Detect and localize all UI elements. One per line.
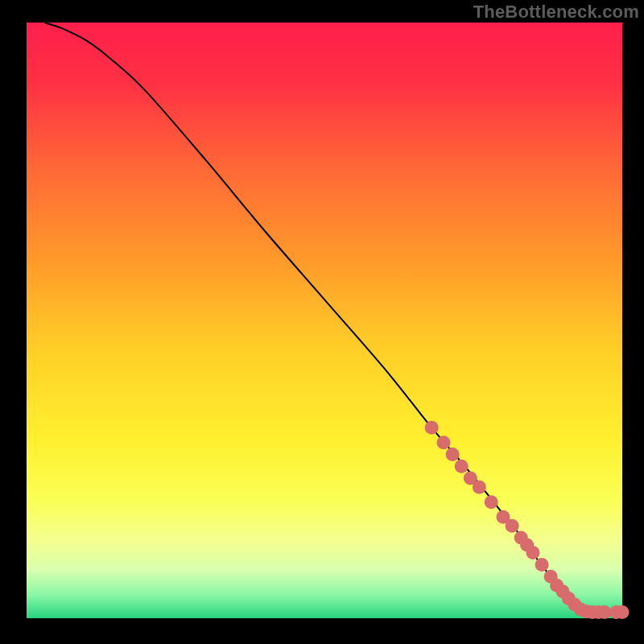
highlight-marker — [473, 481, 486, 494]
highlight-marker — [506, 519, 519, 533]
highlight-marker — [425, 421, 439, 435]
highlight-marker — [485, 495, 498, 509]
highlight-marker — [597, 605, 611, 619]
plot-background — [27, 23, 622, 618]
highlight-marker — [455, 460, 469, 473]
watermark-text: TheBottleneck.com — [473, 2, 639, 23]
chart-canvas — [0, 0, 644, 644]
highlight-marker — [446, 448, 460, 461]
highlight-marker — [535, 558, 549, 572]
highlight-marker — [616, 605, 630, 619]
highlight-marker — [437, 436, 451, 449]
chart-stage: TheBottleneck.com — [0, 0, 644, 644]
highlight-marker — [526, 546, 540, 559]
